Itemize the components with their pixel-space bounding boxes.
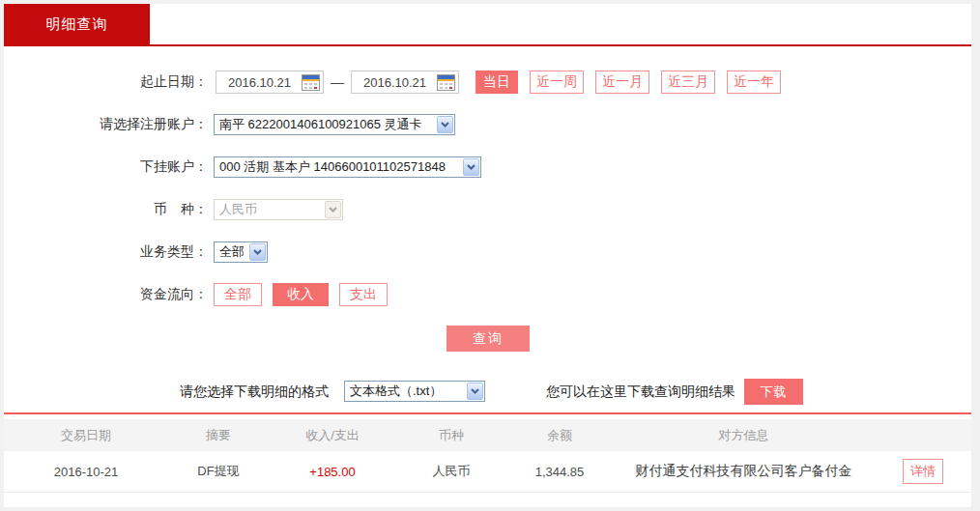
register-account-label: 请选择注册账户： (4, 116, 208, 133)
date-separator: — (331, 74, 344, 90)
header-amount: 收入/支出 (269, 427, 396, 444)
sub-account-select[interactable]: 000 活期 基本户 1406600101102571848 (214, 156, 481, 178)
chevron-down-icon[interactable] (463, 158, 479, 176)
fund-flow-expense-button[interactable]: 支出 (339, 283, 388, 306)
business-type-select[interactable]: 全部 (214, 241, 268, 263)
results-table: 交易日期 摘要 收入/支出 币种 余额 对方信息 2016-10-21 DF提现… (4, 412, 971, 493)
transaction-detail-query-page: 明细查询 起止日期： 2016.10.21 (0, 0, 980, 511)
detail-button[interactable]: 详情 (903, 459, 943, 484)
download-format-select[interactable]: 文本格式（.txt） (344, 381, 485, 402)
currency-value: 人民币 (219, 201, 257, 218)
download-format-label: 请您选择下载明细的格式 (180, 383, 329, 401)
download-row: 请您选择下载明细的格式 文本格式（.txt） 您可以在这里下载查询明细结果 下载 (4, 378, 971, 407)
business-type-value: 全部 (219, 243, 244, 261)
quick-range-month-button[interactable]: 近一月 (595, 71, 649, 94)
sub-account-value: 000 活期 基本户 1406600101102571848 (219, 158, 446, 176)
download-button[interactable]: 下载 (744, 379, 803, 405)
register-account-row: 请选择注册账户： 南平 6222001406100921065 灵通卡 (4, 113, 971, 136)
business-type-label: 业务类型： (4, 243, 208, 261)
quick-range-today-button[interactable]: 当日 (476, 71, 518, 94)
calendar-icon[interactable] (302, 74, 320, 91)
quick-range-year-button[interactable]: 近一年 (727, 71, 781, 94)
date-range-row: 起止日期： 2016.10.21 — (4, 71, 971, 94)
chevron-down-icon[interactable] (249, 243, 266, 261)
cell-amount: +185.00 (269, 465, 396, 479)
register-account-value: 南平 6222001406100921065 灵通卡 (219, 116, 422, 133)
end-date-input[interactable]: 2016.10.21 (351, 71, 459, 94)
cell-balance: 1,344.85 (506, 465, 613, 479)
end-date-value: 2016.10.21 (363, 75, 426, 90)
fund-flow-all-button[interactable]: 全部 (214, 283, 262, 306)
header-balance: 余额 (506, 427, 613, 444)
fund-flow-row: 资金流向： 全部 收入 支出 (4, 283, 971, 306)
header-summary: 摘要 (168, 427, 269, 444)
cell-summary: DF提现 (168, 463, 269, 480)
header-currency: 币种 (396, 427, 506, 444)
fund-flow-income-button[interactable]: 收入 (273, 283, 329, 306)
quick-range-week-button[interactable]: 近一周 (530, 71, 584, 94)
business-type-row: 业务类型： 全部 (4, 241, 971, 264)
cell-trade-date: 2016-10-21 (4, 465, 168, 479)
download-hint: 您可以在这里下载查询明细结果 (546, 383, 735, 401)
tab-underline (4, 44, 971, 46)
download-format-value: 文本格式（.txt） (350, 383, 442, 400)
start-date-input[interactable]: 2016.10.21 (216, 71, 324, 94)
start-date-value: 2016.10.21 (228, 75, 291, 90)
header-trade-date: 交易日期 (4, 427, 168, 444)
cell-counterparty: 财付通支付科技有限公司客户备付金 (613, 463, 875, 480)
table-row: 2016-10-21 DF提现 +185.00 人民币 1,344.85 财付通… (4, 451, 971, 493)
chevron-down-icon[interactable] (467, 383, 483, 400)
sub-account-label: 下挂账户： (4, 158, 208, 176)
calendar-icon[interactable] (437, 74, 455, 91)
currency-select: 人民币 (214, 199, 343, 220)
chevron-down-icon (325, 201, 341, 218)
register-account-select[interactable]: 南平 6222001406100921065 灵通卡 (214, 114, 455, 135)
query-button[interactable]: 查询 (447, 326, 530, 352)
date-range-label: 起止日期： (4, 73, 208, 91)
query-form: 起止日期： 2016.10.21 — (4, 71, 971, 326)
chevron-down-icon[interactable] (437, 116, 453, 133)
cell-action: 详情 (875, 459, 971, 484)
table-header-row: 交易日期 摘要 收入/支出 币种 余额 对方信息 (4, 419, 971, 451)
quick-range-3month-button[interactable]: 近三月 (661, 71, 715, 94)
sub-account-row: 下挂账户： 000 活期 基本户 1406600101102571848 (4, 156, 971, 179)
fund-flow-label: 资金流向： (4, 286, 208, 303)
currency-label: 币 种： (4, 201, 208, 218)
header-counterparty: 对方信息 (613, 427, 875, 444)
tab-label: 明细查询 (46, 15, 108, 34)
currency-row: 币 种： 人民币 (4, 198, 971, 221)
table-top-accent (4, 412, 971, 414)
tab-detail-query[interactable]: 明细查询 (4, 4, 150, 44)
cell-currency: 人民币 (396, 463, 506, 480)
content-panel: 明细查询 起止日期： 2016.10.21 (4, 4, 971, 507)
